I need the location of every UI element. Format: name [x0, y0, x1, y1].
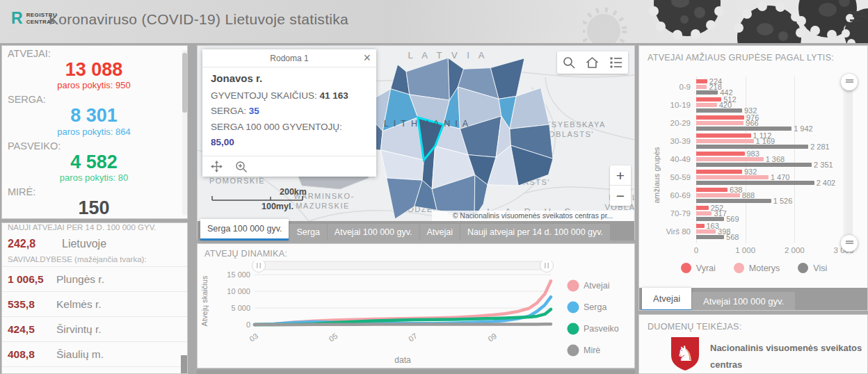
- bar-visi[interactable]: [696, 199, 771, 203]
- right-column: ATVEJAI AMŽIAUS GRUPĖSE PAGAL LYTIS: amž…: [638, 45, 868, 374]
- age-chart-rows: 0-922421844210-1951242093220-299769661 9…: [639, 78, 848, 241]
- municipality-row[interactable]: 392,5Švenčionių r.: [2, 366, 187, 374]
- zoom-to-icon[interactable]: [235, 161, 248, 173]
- bar-visi[interactable]: [696, 127, 791, 131]
- age-tab-atvejai-100-000-gyv-[interactable]: Atvejai 100 000 gyv.: [692, 292, 795, 311]
- pan-icon[interactable]: [211, 161, 223, 172]
- municipality-row[interactable]: 424,5Širvintų r.: [2, 316, 187, 341]
- bar-value-label: 2 281: [810, 143, 830, 151]
- stat-note: užsikrėtę koronavirusu, mirę dėl kitų pr…: [8, 218, 180, 219]
- country-value: 242,8: [8, 238, 62, 250]
- legend-dot-atvejai: [568, 280, 579, 292]
- popup-body: Jonavos r. GYVENTOJŲ SKAIČIUS: 41 163 SE…: [202, 67, 376, 156]
- home-icon[interactable]: [585, 56, 600, 70]
- bar-visi[interactable]: [696, 90, 718, 95]
- list-subheader: SAVIVALDYBĖSE (mažėjančia tvarka):: [8, 257, 187, 266]
- legend-item-visi[interactable]: Visi: [798, 263, 827, 273]
- legend-label[interactable]: Atvejai: [584, 281, 610, 291]
- bar-moterys[interactable]: [696, 193, 740, 197]
- bar-vyrai[interactable]: [696, 224, 705, 228]
- map-tab-atvejai[interactable]: Atvejai: [420, 224, 460, 241]
- bar-moterys[interactable]: [696, 229, 716, 234]
- bar-visi[interactable]: [696, 181, 814, 185]
- legend-icon[interactable]: [609, 56, 623, 70]
- legend-label[interactable]: Serga: [584, 302, 606, 312]
- stat-serga: SERGA: 8 301 paros pokytis: 864: [2, 92, 187, 138]
- slider-handle-left[interactable]: [252, 261, 266, 273]
- age-tab-atvejai[interactable]: Atvejai: [642, 288, 691, 311]
- bar-moterys[interactable]: [696, 211, 712, 216]
- legend-label[interactable]: Pasveiko: [584, 324, 619, 334]
- stat-pasveiko: PASVEIKO: 4 582 paros pokytis: 80: [2, 138, 187, 184]
- bar-value-label: 420: [719, 101, 732, 109]
- map-tab-atvejai-100-000-gyv-[interactable]: Atvejai 100 000 gyv.: [328, 224, 419, 241]
- bar-visi[interactable]: [696, 163, 812, 167]
- age-group-label: 60-69: [639, 191, 691, 200]
- dynamics-title: ATVEJŲ DINAMIKA:: [204, 249, 287, 259]
- x-tick-label: 05: [328, 332, 339, 343]
- age-chart-scroll-handle-top[interactable]: [841, 74, 858, 90]
- stats-scrollbar[interactable]: [182, 50, 187, 216]
- country-row[interactable]: 242,8 Lietuvoje: [2, 234, 187, 255]
- bar-visi[interactable]: [696, 108, 742, 113]
- legend-dot-pasveiko: [568, 323, 579, 335]
- bar-moterys[interactable]: [696, 157, 764, 161]
- stat-label: PASVEIKO:: [8, 140, 180, 152]
- dynamics-chart[interactable]: 05 00010 00015 000Atvejų skaičius0305070…: [198, 261, 634, 366]
- municipality-row[interactable]: 1 006,5Plungės r.: [2, 266, 187, 291]
- bar-visi[interactable]: [696, 235, 724, 239]
- popup-row: SERGA: 35: [211, 104, 368, 119]
- age-chart-title: ATVEJAI AMŽIAUS GRUPĖSE PAGAL LYTIS:: [648, 53, 863, 63]
- zoom-out-button[interactable]: −: [610, 186, 631, 206]
- bar-moterys[interactable]: [696, 175, 769, 179]
- stat-value: 150: [8, 198, 180, 218]
- search-icon[interactable]: [562, 56, 576, 70]
- age-group-label: 10-19: [639, 101, 691, 109]
- legend-item-moterys[interactable]: Moterys: [734, 263, 780, 273]
- provider-title: DUOMENŲ TEIKĖJAS:: [648, 322, 741, 332]
- slider-handle-right[interactable]: [540, 261, 554, 273]
- stats-scrollbar-thumb[interactable]: [182, 53, 187, 113]
- bar-moterys[interactable]: [696, 103, 717, 107]
- bar-vyrai[interactable]: [696, 206, 709, 210]
- bar-vyrai[interactable]: [696, 188, 728, 192]
- stat-mire: MIRĖ: 150 užsikrėtę koronavirusu, mirę d…: [2, 184, 187, 219]
- x-axis-title: data: [394, 355, 411, 365]
- time-range-slider[interactable]: [255, 261, 551, 270]
- map-tab-nauji-atvejai-per-14-d-100-000-gyv-[interactable]: Nauji atvejai per 14 d. 100 000 gyv.: [460, 224, 610, 241]
- list-scrollbar-thumb[interactable]: [181, 355, 187, 373]
- bar-vyrai[interactable]: [696, 79, 707, 83]
- bar-moterys[interactable]: [696, 85, 707, 89]
- legend-item-vyrai[interactable]: Vyrai: [681, 263, 716, 273]
- stat-value: 13 088: [8, 60, 180, 79]
- map-tab-serga[interactable]: Serga: [289, 224, 326, 241]
- municipality-list-panel: NAUJI ATVEJAI PER 14 D. 100 000 GYV. 242…: [1, 222, 188, 374]
- popup-footer: [202, 156, 376, 177]
- legend-label[interactable]: Mirė: [584, 345, 600, 355]
- popup-header: Rodoma 1 ×: [202, 49, 376, 67]
- map-attribution: © Nacionalinis visuomenės sveikatos cent…: [432, 211, 634, 221]
- bar-vyrai[interactable]: [696, 170, 742, 174]
- close-icon[interactable]: ×: [363, 49, 371, 66]
- bar-value-label: 317: [714, 210, 726, 218]
- bar-visi[interactable]: [696, 217, 724, 221]
- bar-moterys[interactable]: [696, 121, 744, 125]
- municipality-row[interactable]: 408,8Šiaulių m.: [2, 341, 187, 366]
- bar-vyrai[interactable]: [696, 97, 721, 101]
- map-canvas[interactable]: L A T V I AVITSYEBSKAYAVOBLASTS'MINSKAYA…: [198, 46, 634, 221]
- municipality-row[interactable]: 535,8Kelmės r.: [2, 291, 187, 316]
- bar-vyrai[interactable]: [696, 152, 745, 156]
- age-chart-scroll-track[interactable]: [845, 79, 853, 246]
- stat-label: ATVEJAI:: [8, 48, 180, 59]
- zoom-in-button[interactable]: +: [610, 165, 631, 186]
- provider-name: Nacionalinis visuomenės sveikatos centra…: [710, 340, 867, 374]
- bar-vyrai[interactable]: [696, 133, 751, 138]
- bar-visi[interactable]: [696, 145, 808, 149]
- bar-moterys[interactable]: [696, 139, 754, 143]
- age-chart-legend: VyraiMoterysVisi: [639, 263, 868, 273]
- y-tick-label: 15 000: [227, 270, 250, 279]
- map-tab-serga-100-000-gyv-[interactable]: Serga 100 000 gyv.: [200, 219, 289, 241]
- age-chart-scroll-handle-bottom[interactable]: [841, 235, 858, 252]
- map-region-label: POMORSKIE: [209, 177, 265, 185]
- bar-vyrai[interactable]: [696, 115, 744, 120]
